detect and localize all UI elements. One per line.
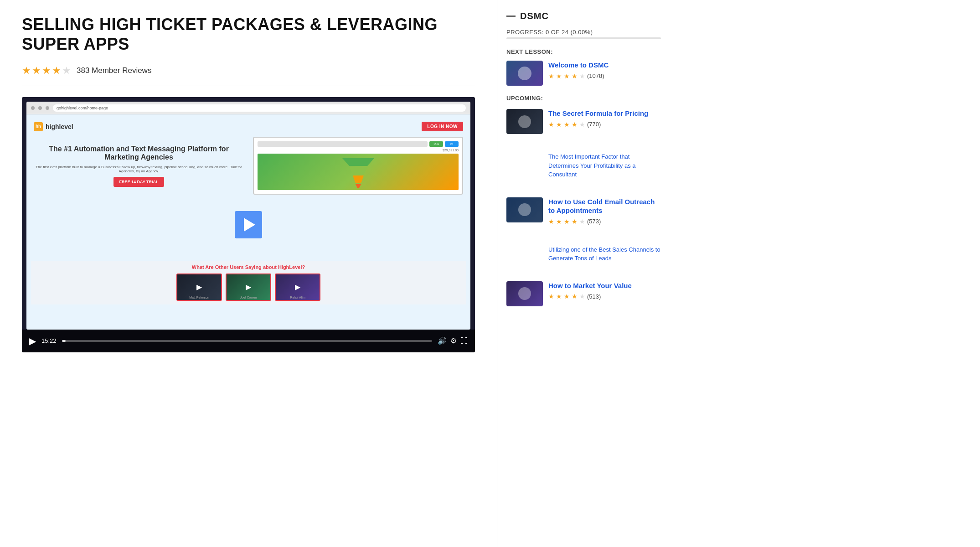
hl-header: hh highlevel LOG IN NOW [34, 122, 463, 131]
upcoming-title-5[interactable]: How to Market Your Value [548, 281, 661, 290]
next-lesson-title[interactable]: Welcome to DSMC [548, 61, 661, 70]
upcoming-lesson-2: The Most Important Factor that Determine… [506, 152, 661, 179]
upcoming-lesson-4: Utilizing one of the Best Sales Channels… [506, 245, 661, 263]
progress-fill [62, 340, 66, 342]
testimonial-1: ▶ Matt Peterson [176, 274, 222, 301]
main-content: SELLING HIGH TICKET PACKAGES & LEVERAGIN… [0, 0, 497, 547]
test-name-2: Joel Cowen [227, 296, 270, 299]
dsmc-title: DSMC [520, 11, 549, 21]
test-play-2[interactable]: ▶ [246, 283, 251, 291]
rating-row: ★ ★ ★ ★ ★ 383 Member Reviews [22, 65, 475, 77]
hl-hero: The #1 Automation and Text Messaging Pla… [34, 137, 463, 195]
device-screen [258, 154, 459, 190]
video-screenshot: gohighlevel.com/home-page hh highlevel L… [22, 97, 475, 352]
play-button-overlay[interactable] [235, 211, 262, 238]
u1-star-3: ★ [564, 121, 570, 128]
browser-url: gohighlevel.com/home-page [53, 104, 466, 112]
test-play-3[interactable]: ▶ [295, 283, 300, 291]
upcoming-desc-4: Utilizing one of the Best Sales Channels… [548, 245, 661, 263]
svg-marker-0 [342, 158, 374, 166]
hl-text-side: The #1 Automation and Text Messaging Pla… [34, 145, 244, 187]
test-play-1[interactable]: ▶ [196, 283, 202, 291]
browser-dot-1 [31, 106, 35, 110]
hl-hero-sub: The first ever platform built to manage … [34, 165, 244, 173]
hl-cta-btn[interactable]: FREE 14 DAY TRIAL [113, 177, 164, 187]
upcoming-rating-5: (513) [587, 293, 601, 300]
u3-star-1: ★ [548, 218, 554, 225]
upcoming-info-4: Utilizing one of the Best Sales Channels… [548, 245, 661, 263]
upcoming-stars-1: ★ ★ ★ ★ ★ (770) [548, 121, 661, 128]
hl-login-btn[interactable]: LOG IN NOW [422, 122, 463, 131]
upcoming-stars-5: ★ ★ ★ ★ ★ (513) [548, 293, 661, 300]
u3-star-4: ★ [572, 218, 578, 225]
star-5: ★ [62, 65, 71, 77]
test-name-3: Rahul Alim [276, 296, 320, 299]
hl-hero-title: The #1 Automation and Text Messaging Pla… [34, 145, 244, 161]
upcoming-rating-1: (770) [587, 121, 601, 128]
dsmc-dash-icon [506, 15, 516, 17]
svg-marker-2 [353, 175, 364, 183]
volume-icon[interactable]: 🔊 [438, 336, 447, 345]
sidebar: DSMC PROGRESS: 0 OF 24 (0.00%) NEXT LESS… [497, 0, 670, 547]
upcoming-lesson-3: How to Use Cold Email Outreach to Appoin… [506, 197, 661, 227]
upcoming-thumb-1[interactable] [506, 109, 543, 134]
u5-star-1: ★ [548, 293, 554, 300]
upcoming-title-1[interactable]: The Secret Formula for Pricing [548, 109, 661, 118]
nl-star-3: ★ [564, 72, 570, 80]
star-2: ★ [32, 65, 41, 77]
upcoming-label: UPCOMING: [506, 95, 661, 102]
video-progress-bar[interactable] [62, 340, 432, 342]
video-container: gohighlevel.com/home-page hh highlevel L… [22, 97, 475, 352]
browser-dot-2 [38, 106, 42, 110]
upcoming-desc-2: The Most Important Factor that Determine… [548, 152, 661, 179]
hl-logo-text: highlevel [46, 123, 73, 130]
divider [22, 86, 475, 86]
browser-bar: gohighlevel.com/home-page [26, 102, 470, 114]
device-mockup: 15% 20 $29,921.00 [253, 137, 463, 195]
review-count: 383 Member Reviews [77, 66, 151, 75]
fullscreen-icon[interactable]: ⛶ [460, 337, 468, 345]
video-ctrl-icons: 🔊 ⚙ ⛶ [438, 336, 468, 345]
course-stars: ★ ★ ★ ★ ★ [22, 65, 71, 77]
users-title: What Are Other Users Saying about HighLe… [35, 264, 462, 270]
u5-star-4: ★ [572, 293, 578, 300]
next-lesson-stars: ★ ★ ★ ★ ★ (1078) [548, 72, 661, 80]
upcoming-thumb-3[interactable] [506, 197, 543, 222]
hl-device-side: 15% 20 $29,921.00 [253, 137, 463, 195]
thumb-inner-5 [506, 281, 543, 306]
dsmc-header: DSMC [506, 11, 661, 21]
upcoming-info-3: How to Use Cold Email Outreach to Appoin… [548, 197, 661, 227]
upcoming-info-2: The Most Important Factor that Determine… [548, 152, 661, 179]
star-3: ★ [42, 65, 51, 77]
upcoming-list: The Secret Formula for Pricing ★ ★ ★ ★ ★… [506, 109, 661, 315]
test-name-1: Matt Peterson [177, 296, 221, 299]
upcoming-title-3[interactable]: How to Use Cold Email Outreach to Appoin… [548, 197, 661, 215]
nl-star-4: ★ [572, 72, 578, 80]
upcoming-lesson-5: How to Market Your Value ★ ★ ★ ★ ★ (513) [506, 281, 661, 306]
star-4: ★ [52, 65, 61, 77]
u1-star-2: ★ [556, 121, 562, 128]
next-lesson-info: Welcome to DSMC ★ ★ ★ ★ ★ (1078) [548, 61, 661, 82]
browser-dot-3 [46, 106, 49, 110]
u1-star-1: ★ [548, 121, 554, 128]
thumb-inner-3 [506, 197, 543, 222]
testimonial-videos: ▶ Matt Peterson ▶ Joel Cowen ▶ [35, 274, 462, 301]
settings-icon[interactable]: ⚙ [450, 336, 457, 345]
upcoming-thumb-5[interactable] [506, 281, 543, 306]
hl-logo-icon: hh [34, 122, 43, 131]
svg-marker-3 [356, 184, 361, 188]
thumb-inner [506, 61, 543, 86]
video-controls: ▶ 15:22 🔊 ⚙ ⛶ [22, 330, 475, 352]
upcoming-rating-3: (573) [587, 218, 601, 225]
testimonial-3: ▶ Rahul Alim [275, 274, 320, 301]
testimonial-2: ▶ Joel Cowen [226, 274, 271, 301]
progress-label: PROGRESS: 0 OF 24 (0.00%) [506, 29, 661, 36]
next-lesson-card: Welcome to DSMC ★ ★ ★ ★ ★ (1078) [506, 61, 661, 86]
upcoming-info-1: The Secret Formula for Pricing ★ ★ ★ ★ ★… [548, 109, 661, 130]
nl-star-1: ★ [548, 72, 554, 80]
nl-star-2: ★ [556, 72, 562, 80]
u1-star-5: ★ [579, 121, 585, 128]
play-pause-button[interactable]: ▶ [29, 335, 36, 346]
next-lesson-thumb[interactable] [506, 61, 543, 86]
next-lesson-label: NEXT LESSON: [506, 48, 661, 55]
